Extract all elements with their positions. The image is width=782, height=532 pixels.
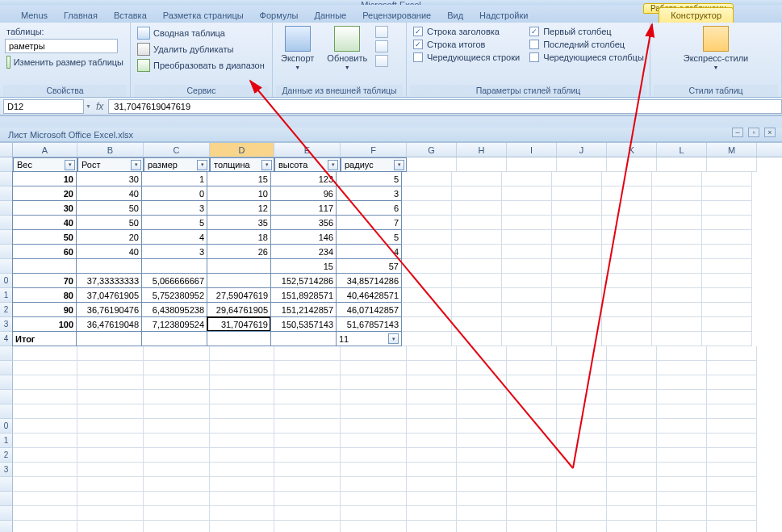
tab-design[interactable]: Конструктор bbox=[659, 7, 734, 23]
cell[interactable] bbox=[407, 521, 457, 532]
col-header-J[interactable]: J bbox=[557, 143, 607, 157]
col-header-I[interactable]: I bbox=[507, 143, 557, 157]
cell[interactable]: 40,46428571 bbox=[336, 287, 402, 303]
cell[interactable] bbox=[707, 506, 757, 521]
cell[interactable] bbox=[270, 331, 337, 346]
cell[interactable] bbox=[210, 521, 274, 532]
formula-input[interactable] bbox=[108, 99, 782, 114]
cell[interactable] bbox=[274, 390, 341, 404]
close-button[interactable]: × bbox=[764, 128, 776, 137]
cell[interactable]: 34,85714286 bbox=[336, 273, 402, 288]
cell[interactable]: 60 bbox=[12, 244, 77, 259]
cell[interactable] bbox=[13, 361, 77, 375]
cell[interactable] bbox=[507, 448, 557, 463]
cell[interactable] bbox=[457, 390, 507, 404]
row-header[interactable] bbox=[0, 259, 13, 274]
row-header[interactable] bbox=[0, 201, 13, 216]
cell[interactable] bbox=[502, 303, 552, 317]
cell[interactable] bbox=[274, 419, 341, 434]
chk-first-col[interactable]: ✓Первый столбец bbox=[526, 26, 647, 37]
cell[interactable] bbox=[652, 186, 702, 201]
cell[interactable] bbox=[607, 375, 657, 390]
cell[interactable]: 356 bbox=[270, 215, 337, 230]
tab-view[interactable]: Вид bbox=[439, 8, 471, 23]
cell[interactable] bbox=[707, 448, 757, 463]
cell[interactable] bbox=[507, 419, 557, 434]
quick-styles-button[interactable]: Экспресс-стили ▼ bbox=[679, 24, 753, 70]
cell[interactable] bbox=[657, 477, 707, 492]
cell[interactable] bbox=[77, 375, 144, 390]
cell[interactable] bbox=[507, 361, 557, 375]
cell[interactable] bbox=[457, 375, 507, 390]
cell[interactable] bbox=[702, 186, 752, 201]
cell[interactable] bbox=[502, 332, 552, 346]
cell[interactable] bbox=[13, 506, 77, 521]
cell[interactable] bbox=[557, 506, 607, 521]
row-header[interactable] bbox=[0, 216, 13, 230]
cell[interactable] bbox=[210, 506, 274, 521]
cell[interactable]: 6 bbox=[336, 200, 402, 216]
cell[interactable] bbox=[407, 492, 457, 506]
cell[interactable]: 146 bbox=[270, 229, 337, 245]
cell[interactable]: 7,123809524 bbox=[141, 316, 207, 332]
cell[interactable] bbox=[13, 463, 77, 477]
cell[interactable] bbox=[707, 492, 757, 506]
cell[interactable] bbox=[707, 346, 757, 361]
cell[interactable] bbox=[341, 434, 407, 448]
pivot-button[interactable]: Сводная таблица bbox=[134, 26, 268, 40]
cell[interactable] bbox=[702, 172, 752, 186]
cell[interactable] bbox=[77, 506, 144, 521]
cell[interactable] bbox=[602, 186, 652, 201]
cell[interactable] bbox=[607, 419, 657, 434]
cell[interactable] bbox=[552, 172, 602, 186]
row-header[interactable] bbox=[0, 172, 13, 186]
cell[interactable] bbox=[457, 157, 507, 172]
cell[interactable] bbox=[407, 477, 457, 492]
cell[interactable] bbox=[77, 463, 144, 477]
cell[interactable] bbox=[557, 390, 607, 404]
cell[interactable] bbox=[402, 230, 452, 245]
cell[interactable] bbox=[657, 419, 707, 434]
cell[interactable] bbox=[274, 448, 341, 463]
cell[interactable] bbox=[452, 230, 502, 245]
cell[interactable] bbox=[210, 404, 274, 419]
cell[interactable]: 35 bbox=[207, 215, 271, 230]
cell[interactable]: 40 bbox=[76, 244, 142, 259]
cell[interactable] bbox=[657, 463, 707, 477]
row-header[interactable]: 1 bbox=[0, 288, 13, 303]
cell[interactable]: 0 bbox=[141, 186, 207, 201]
cell[interactable] bbox=[76, 331, 142, 346]
cell[interactable]: 1 bbox=[141, 171, 207, 186]
cell[interactable] bbox=[452, 288, 502, 303]
cell[interactable] bbox=[552, 317, 602, 332]
cell[interactable] bbox=[652, 317, 702, 332]
cell[interactable] bbox=[207, 331, 271, 346]
cell[interactable] bbox=[407, 390, 457, 404]
row-header[interactable] bbox=[0, 477, 13, 492]
total-dropdown[interactable]: ▾ bbox=[388, 333, 399, 344]
cell[interactable] bbox=[341, 448, 407, 463]
cell[interactable]: 20 bbox=[12, 186, 77, 201]
cell[interactable] bbox=[210, 477, 274, 492]
cell[interactable] bbox=[657, 390, 707, 404]
cell[interactable] bbox=[557, 375, 607, 390]
col-header-E[interactable]: E bbox=[274, 143, 341, 157]
cell[interactable] bbox=[452, 186, 502, 201]
chk-banded-rows[interactable]: Чередующиеся строки bbox=[410, 52, 523, 63]
tab-insert[interactable]: Вставка bbox=[106, 8, 155, 23]
cell[interactable] bbox=[210, 346, 274, 361]
cell[interactable] bbox=[144, 375, 210, 390]
cell[interactable]: 150,5357143 bbox=[270, 316, 337, 332]
tab-data[interactable]: Данные bbox=[306, 8, 354, 23]
cell[interactable] bbox=[552, 186, 602, 201]
cell[interactable]: 40 bbox=[76, 186, 142, 201]
cell[interactable] bbox=[13, 448, 77, 463]
cell[interactable] bbox=[552, 230, 602, 245]
cell[interactable] bbox=[144, 404, 210, 419]
cell[interactable] bbox=[657, 434, 707, 448]
cell[interactable]: 3 bbox=[141, 244, 207, 259]
cell[interactable] bbox=[507, 506, 557, 521]
col-header-M[interactable]: M bbox=[707, 143, 757, 157]
cell[interactable] bbox=[402, 172, 452, 186]
cell[interactable] bbox=[274, 434, 341, 448]
